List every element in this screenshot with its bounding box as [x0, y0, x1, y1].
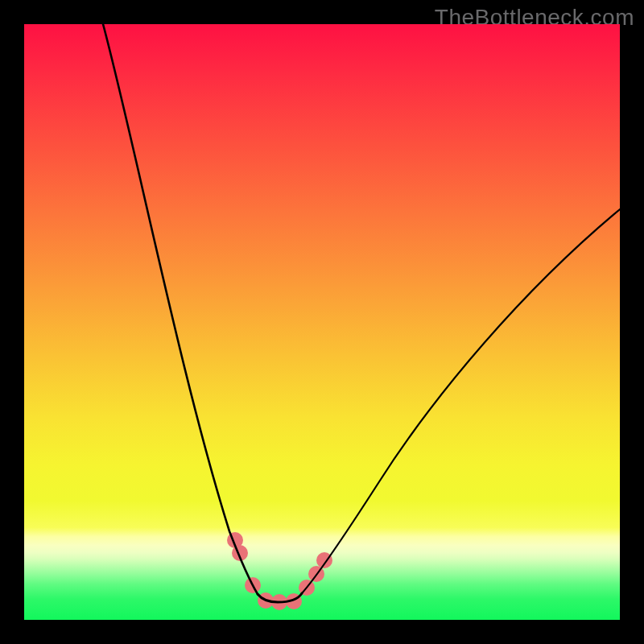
chart-background	[24, 24, 620, 620]
chart-frame	[24, 24, 620, 620]
chart-svg	[24, 24, 620, 620]
